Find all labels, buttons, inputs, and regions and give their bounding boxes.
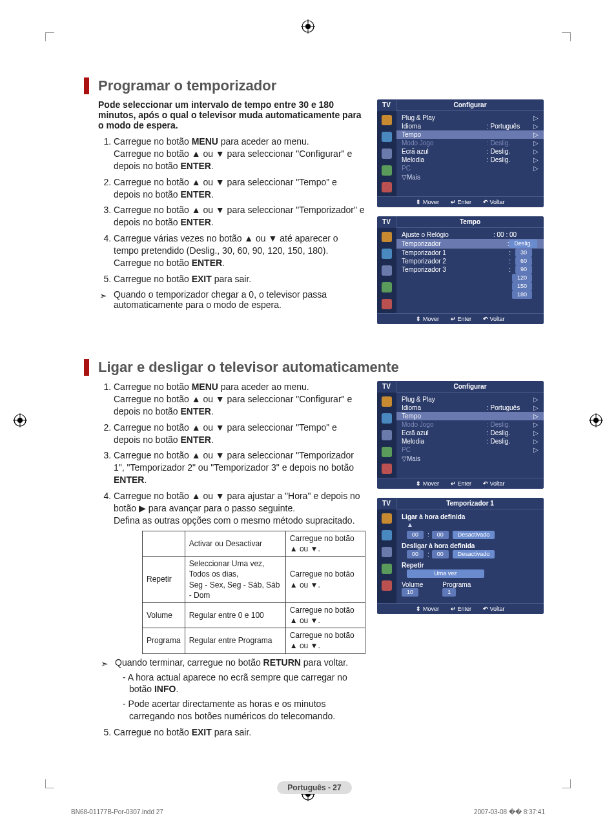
arrow-bullet-icon: ➣ [99, 291, 107, 301]
osd-group-label: Repetir [400, 560, 540, 569]
osd-more: ▽Mais [400, 172, 540, 182]
menu-icon [382, 182, 392, 192]
step-1: Carregue no botão MENU para aceder ao me… [114, 381, 365, 418]
section-intro: Pode seleccionar um intervalo de tempo e… [84, 99, 365, 130]
table-row: RepetirSeleccionar Uma vez, Todos os dia… [143, 557, 365, 603]
osd-row: PC▷ [400, 164, 540, 172]
menu-icon [382, 265, 392, 276]
osd-title: Configurar [396, 99, 544, 111]
osd-group-label: Desligar à hora definida [400, 541, 540, 549]
osd-configurar: TV Configurar Plug & Play▷ Idioma: Portu… [377, 381, 544, 489]
osd-value-list: 30 60 90 120 150 180 [512, 249, 540, 299]
osd-program-label: Programa [442, 581, 471, 588]
osd-repeat-line: Uma vez [400, 569, 540, 580]
osd-title: Tempo [396, 216, 544, 228]
osd-row: Temporizador 3: [400, 265, 512, 274]
step-list: Carregue no botão MENU para aceder ao me… [84, 381, 365, 739]
osd-row: Melodia: Deslig.▷ [400, 156, 540, 164]
menu-icon [382, 232, 392, 242]
note: ➣ Quando terminar, carregue no botão RET… [114, 657, 365, 669]
footer-timestamp: 2007-03-08 �� 8:37:41 [474, 808, 545, 815]
menu-icon [382, 132, 392, 142]
osd-row: Temporizador 1: [400, 249, 512, 257]
osd-tempo: TV Tempo Ajuste o Relógio: 00 : 00 [377, 216, 544, 324]
osd-volume-value: 10 [402, 588, 418, 597]
page-number-badge: Português - 27 [277, 781, 351, 794]
step-1: Carregue no botão MENU para aceder ao me… [114, 136, 365, 172]
arrow-bullet-icon: ➣ [101, 658, 108, 670]
menu-icon [382, 249, 392, 259]
note: ➣ Quando o temporizador chegar a 0, o te… [84, 289, 365, 310]
step-4: Carregue no botão ▲ ou ▼ para ajustar a … [114, 490, 365, 722]
menu-icon [382, 165, 392, 176]
osd-row-selected: Temporizador: Deslig. [396, 239, 544, 249]
menu-icon [382, 149, 392, 159]
print-footer: BN68-01177B-Por-0307.indd 27 2007-03-08 … [71, 808, 545, 815]
dash-list: - A hora actual aparece no ecrã sempre q… [114, 671, 365, 723]
step-5: Carregue no botão EXIT para sair. [114, 273, 365, 285]
step-2: Carregue no botão ▲ ou ▼ para selecciona… [114, 422, 365, 446]
section-programar-temporizador: Programar o temporizador Pode selecciona… [84, 77, 545, 333]
osd-tv-label: TV [377, 381, 396, 393]
osd-footer: ⇕ Mover ↵ Enter ↶ Voltar [377, 196, 544, 207]
step-5: Carregue no botão EXIT para sair. [114, 726, 365, 739]
menu-icon [382, 282, 392, 292]
osd-time-line: 00 : 00 Desactivado [400, 549, 540, 560]
osd-temporizador1: TV Temporizador 1 Ligar à hora definida … [377, 498, 544, 614]
osd-icon-column [377, 111, 396, 196]
osd-row: Temporizador 2: [400, 257, 512, 265]
osd-configurar: TV Configurar Plug & Play▷ [377, 99, 544, 207]
options-table: Activar ou DesactivarCarregue no botão ▲… [142, 531, 365, 654]
step-4: Carregue várias vezes no botão ▲ ou ▼ at… [114, 232, 365, 269]
section-title: Ligar e desligar o televisor automaticam… [84, 359, 545, 376]
osd-time-line: 00 : 00 Desactivado [400, 530, 540, 541]
osd-tv-label: TV [377, 498, 396, 509]
table-row: ProgramaRegular entre ProgramaCarregue n… [143, 628, 365, 653]
table-row: Activar ou DesactivarCarregue no botão ▲… [143, 531, 365, 556]
osd-row: Ecrã azul: Deslig.▷ [400, 147, 540, 156]
step-list: Carregue no botão MENU para aceder ao me… [84, 136, 365, 285]
step-3: Carregue no botão ▲ ou ▼ para selecciona… [114, 204, 365, 229]
osd-row: Modo Jogo: Deslig.▷ [400, 139, 540, 147]
section-ligar-desligar: Ligar e desligar o televisor automaticam… [84, 359, 545, 743]
menu-icon [382, 115, 392, 125]
osd-row: Idioma: Português▷ [400, 122, 540, 130]
osd-footer: ⇕ Mover ↵ Enter ↶ Voltar [377, 313, 544, 324]
osd-tv-label: TV [377, 99, 396, 111]
section-title: Programar o temporizador [84, 77, 545, 94]
osd-program-value: 1 [442, 588, 456, 597]
footer-filename: BN68-01177B-Por-0307.indd 27 [71, 808, 163, 815]
step-3: Carregue no botão ▲ ou ▼ para selecciona… [114, 449, 365, 486]
table-row: VolumeRegular entre 0 e 100Carregue no b… [143, 602, 365, 628]
osd-row: Ajuste o Relógio: 00 : 00 [400, 230, 540, 239]
osd-group-label: Ligar à hora definida [400, 512, 540, 520]
osd-title: Configurar [396, 381, 544, 393]
osd-volume-label: Volume [402, 581, 423, 588]
osd-title: Temporizador 1 [396, 498, 544, 509]
osd-row-selected: Tempo▷ [396, 130, 544, 139]
page-number-bar: Português - 27 [84, 781, 545, 794]
step-2: Carregue no botão ▲ ou ▼ para selecciona… [114, 176, 365, 201]
menu-icon [382, 299, 392, 309]
osd-tv-label: TV [377, 216, 396, 228]
osd-time-line: ▲ [400, 520, 540, 530]
osd-row: Plug & Play▷ [400, 114, 540, 122]
osd-icon-column [377, 228, 396, 313]
